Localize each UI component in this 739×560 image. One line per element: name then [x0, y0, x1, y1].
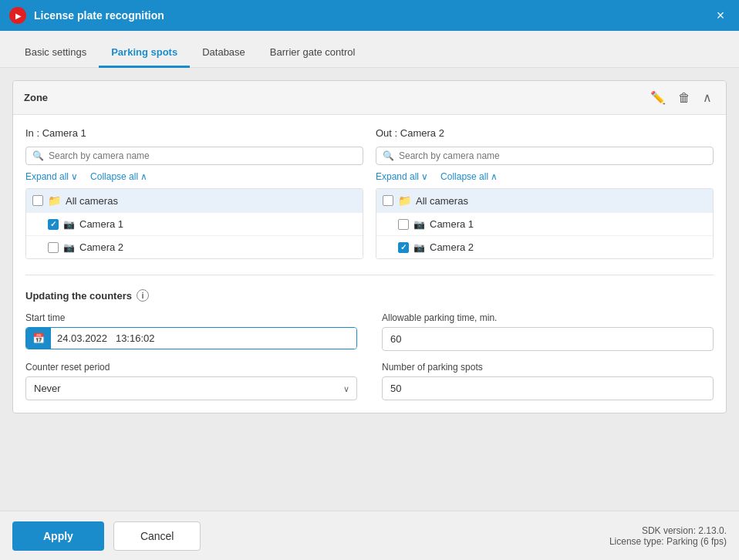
titlebar: License plate recognition × [0, 0, 739, 31]
zone-panel: Zone ✏️ 🗑 ∧ In : Camera 1 🔍 Expand all [12, 80, 727, 413]
app-icon [9, 7, 26, 24]
out-collapse-all-button[interactable]: Collapse all ∧ [440, 171, 498, 182]
footer-buttons: Apply Cancel [12, 521, 201, 551]
allowable-col: Allowable parking time, min. [382, 312, 714, 351]
counters-info-icon[interactable]: i [137, 289, 149, 302]
form-row-2: Counter reset period Never Daily Weekly … [25, 362, 714, 400]
zone-edit-button[interactable]: ✏️ [647, 89, 669, 106]
tab-basic-settings[interactable]: Basic settings [12, 39, 99, 68]
out-camera-1-label: Camera 1 [430, 218, 474, 230]
in-all-cameras-checkbox[interactable] [32, 195, 43, 206]
tabbar: Basic settings Parking spots Database Ba… [0, 31, 739, 68]
section-divider [25, 275, 714, 275]
start-time-input[interactable] [51, 328, 356, 349]
out-camera-col: Out : Camera 2 🔍 Expand all ∨ Collapse a… [376, 127, 714, 259]
calendar-button[interactable]: 📅 [26, 328, 51, 349]
counters-section: Updating the counters i Start time 📅 All… [13, 278, 726, 413]
out-camera-2-icon: 📷 [413, 242, 425, 253]
zone-actions: ✏️ 🗑 ∧ [647, 89, 715, 106]
in-folder-icon: 📁 [48, 194, 61, 207]
in-camera-1-checkbox[interactable] [48, 219, 59, 230]
out-camera-1-item[interactable]: 📷 Camera 1 [376, 212, 713, 235]
in-search-input[interactable] [49, 150, 356, 161]
out-all-cameras-label: All cameras [416, 195, 468, 207]
cancel-button[interactable]: Cancel [113, 521, 201, 551]
out-search-box: 🔍 [376, 147, 714, 165]
window-title: License plate recognition [34, 9, 704, 22]
in-camera-1-icon: 📷 [63, 219, 75, 230]
apply-button[interactable]: Apply [12, 521, 104, 551]
reset-label: Counter reset period [25, 362, 357, 373]
in-all-cameras-label: All cameras [66, 195, 118, 207]
tab-parking-spots[interactable]: Parking spots [99, 39, 190, 68]
out-camera-1-icon: 📷 [413, 219, 425, 230]
in-collapse-all-button[interactable]: Collapse all ∧ [90, 171, 147, 182]
reset-select[interactable]: Never Daily Weekly Monthly [25, 376, 357, 400]
in-camera-1-item[interactable]: 📷 Camera 1 [26, 212, 363, 235]
in-camera-2-checkbox[interactable] [48, 242, 59, 253]
footer-info: SDK version: 2.13.0. License type: Parki… [609, 525, 727, 547]
zone-delete-button[interactable]: 🗑 [675, 89, 693, 106]
reset-select-wrapper: Never Daily Weekly Monthly ∨ [25, 376, 357, 400]
zone-title: Zone [24, 92, 647, 103]
zone-collapse-button[interactable]: ∧ [700, 89, 715, 106]
out-folder-icon: 📁 [398, 194, 411, 207]
in-camera-1-label: Camera 1 [79, 218, 123, 230]
out-camera-2-label: Camera 2 [430, 241, 474, 253]
form-row-1: Start time 📅 Allowable parking time, min… [25, 312, 714, 351]
out-expand-all-button[interactable]: Expand all ∨ [376, 171, 428, 182]
spots-col: Number of parking spots [382, 362, 714, 400]
camera-columns: In : Camera 1 🔍 Expand all ∨ Collapse al… [13, 115, 726, 272]
in-camera-col: In : Camera 1 🔍 Expand all ∨ Collapse al… [25, 127, 363, 259]
footer: Apply Cancel SDK version: 2.13.0. Licens… [0, 511, 739, 560]
in-camera-2-item[interactable]: 📷 Camera 2 [26, 235, 363, 258]
out-expand-controls: Expand all ∨ Collapse all ∧ [376, 171, 714, 182]
license-type: License type: Parking (6 fps) [609, 536, 727, 547]
out-camera-1-checkbox[interactable] [398, 219, 409, 230]
in-camera-2-label: Camera 2 [79, 241, 123, 253]
out-camera-label: Out : Camera 2 [376, 127, 714, 139]
out-camera-2-item[interactable]: 📷 Camera 2 [376, 235, 713, 258]
in-camera-2-icon: 📷 [63, 242, 75, 253]
main-content: Zone ✏️ 🗑 ∧ In : Camera 1 🔍 Expand all [0, 68, 739, 511]
counters-title: Updating the counters i [25, 289, 714, 302]
spots-input[interactable] [382, 376, 714, 400]
zone-header: Zone ✏️ 🗑 ∧ [13, 81, 726, 115]
in-expand-all-button[interactable]: Expand all ∨ [25, 171, 78, 182]
in-camera-label: In : Camera 1 [25, 127, 363, 139]
in-search-icon: 🔍 [32, 150, 44, 161]
spots-label: Number of parking spots [382, 362, 714, 373]
out-camera-2-checkbox[interactable] [398, 242, 409, 253]
tab-database[interactable]: Database [190, 39, 258, 68]
tab-barrier-gate[interactable]: Barrier gate control [258, 39, 368, 68]
start-time-wrapper: 📅 [25, 327, 357, 349]
in-search-box: 🔍 [25, 147, 363, 165]
close-button[interactable]: × [711, 6, 730, 25]
out-search-icon: 🔍 [383, 150, 394, 161]
in-expand-controls: Expand all ∨ Collapse all ∧ [25, 171, 363, 182]
out-camera-tree: 📁 All cameras 📷 Camera 1 📷 Camera 2 [376, 188, 714, 259]
out-all-cameras-item[interactable]: 📁 All cameras [376, 189, 713, 212]
sdk-version: SDK version: 2.13.0. [609, 525, 727, 536]
in-camera-tree: 📁 All cameras 📷 Camera 1 📷 Camera 2 [25, 188, 363, 259]
out-all-cameras-checkbox[interactable] [383, 195, 393, 206]
start-time-col: Start time 📅 [25, 312, 357, 351]
in-all-cameras-item[interactable]: 📁 All cameras [26, 189, 363, 212]
out-search-input[interactable] [399, 150, 707, 161]
reset-period-col: Counter reset period Never Daily Weekly … [25, 362, 357, 400]
allowable-label: Allowable parking time, min. [382, 312, 714, 323]
allowable-input[interactable] [382, 327, 714, 351]
start-time-label: Start time [25, 312, 357, 323]
